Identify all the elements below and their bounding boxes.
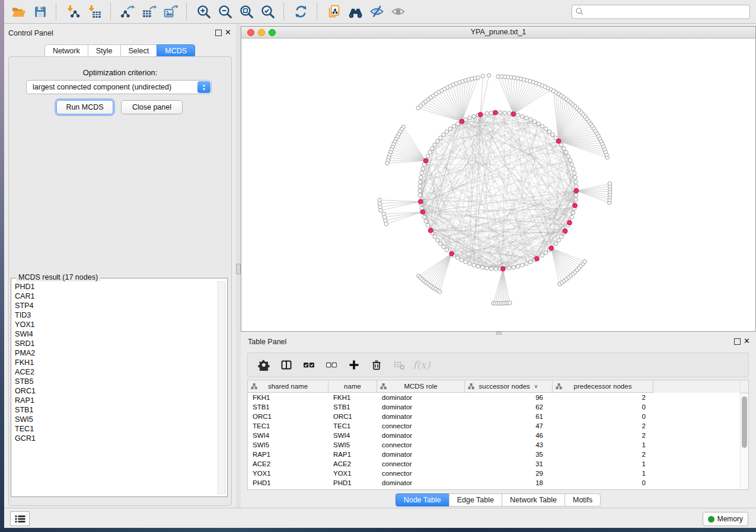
cell-predecessor-nodes[interactable]: 1 bbox=[553, 469, 653, 478]
column-header-MCDS-role[interactable]: MCDS role bbox=[377, 380, 465, 393]
save-session-icon[interactable] bbox=[29, 2, 50, 22]
graph-node[interactable] bbox=[419, 180, 422, 184]
graph-node[interactable] bbox=[571, 167, 575, 171]
memory-button[interactable]: Memory bbox=[703, 512, 748, 526]
graph-node[interactable] bbox=[452, 124, 455, 128]
graph-node[interactable] bbox=[503, 111, 506, 114]
search-network-icon[interactable] bbox=[344, 2, 366, 22]
graph-leaf-node[interactable] bbox=[496, 75, 500, 78]
cell-name[interactable]: TEC1 bbox=[328, 421, 377, 431]
graph-leaf-node[interactable] bbox=[379, 209, 382, 212]
graph-hub-node[interactable] bbox=[500, 267, 505, 271]
graph-node[interactable] bbox=[442, 245, 445, 248]
graph-hub-node[interactable] bbox=[478, 112, 483, 117]
graph-node[interactable] bbox=[418, 184, 422, 188]
graph-node[interactable] bbox=[445, 130, 448, 133]
cell-successor-nodes[interactable]: 62 bbox=[465, 402, 553, 412]
zoom-out-icon[interactable] bbox=[214, 2, 235, 22]
graph-node[interactable] bbox=[494, 267, 497, 271]
export-image-icon[interactable] bbox=[160, 2, 181, 22]
column-header-name[interactable]: name bbox=[328, 380, 377, 393]
mcds-result-item[interactable]: SWI5 bbox=[12, 415, 218, 424]
graph-node[interactable] bbox=[508, 266, 511, 270]
graph-node[interactable] bbox=[574, 180, 578, 184]
cell-shared-name[interactable]: FKH1 bbox=[248, 393, 328, 402]
zoom-fit-icon[interactable] bbox=[235, 2, 257, 22]
graph-node[interactable] bbox=[540, 124, 544, 128]
mcds-result-item[interactable]: STP4 bbox=[12, 301, 218, 310]
zoom-in-icon[interactable] bbox=[193, 2, 214, 22]
cell-predecessor-nodes[interactable]: 2 bbox=[553, 431, 653, 440]
tab-network-table[interactable]: Network Table bbox=[502, 493, 565, 507]
graph-node[interactable] bbox=[570, 215, 573, 219]
graph-hub-node[interactable] bbox=[574, 188, 579, 193]
mcds-result-item[interactable]: RAP1 bbox=[12, 396, 218, 405]
tab-style[interactable]: Style bbox=[88, 44, 121, 57]
table-panel-float-icon[interactable] bbox=[734, 338, 741, 345]
graph-node[interactable] bbox=[472, 114, 476, 118]
cell-MCDS-role[interactable]: dominator bbox=[377, 431, 465, 440]
graph-node[interactable] bbox=[418, 193, 422, 197]
mcds-result-item[interactable]: CAR1 bbox=[12, 291, 218, 301]
cell-name[interactable]: SWI5 bbox=[328, 440, 377, 450]
vertical-splitter[interactable] bbox=[236, 24, 241, 508]
cell-name[interactable]: PHD1 bbox=[328, 478, 377, 488]
cell-shared-name[interactable]: SWI4 bbox=[248, 431, 328, 440]
table-panel-close-icon[interactable]: ✕ bbox=[744, 336, 750, 345]
mcds-result-item[interactable]: TID3 bbox=[12, 310, 218, 320]
graph-node[interactable] bbox=[472, 263, 476, 267]
graph-hub-node[interactable] bbox=[511, 112, 516, 117]
graph-node[interactable] bbox=[570, 162, 573, 166]
mcds-result-item[interactable]: ORC1 bbox=[12, 386, 218, 396]
cell-successor-nodes[interactable]: 43 bbox=[465, 440, 553, 450]
mcds-result-item[interactable]: TEC1 bbox=[12, 424, 218, 434]
column-header-successor-nodes[interactable]: successor nodes∨ bbox=[465, 380, 553, 393]
graph-node[interactable] bbox=[439, 136, 442, 140]
graph-node[interactable] bbox=[525, 116, 528, 120]
graph-node[interactable] bbox=[551, 133, 554, 136]
mcds-result-item[interactable]: SWI4 bbox=[12, 329, 218, 339]
select-all-icon[interactable] bbox=[299, 355, 319, 375]
graph-node[interactable] bbox=[571, 211, 575, 214]
tab-select[interactable]: Select bbox=[120, 44, 158, 57]
graph-hub-node[interactable] bbox=[556, 139, 561, 143]
graph-hub-node[interactable] bbox=[535, 257, 540, 261]
graph-node[interactable] bbox=[540, 254, 544, 257]
graph-leaf-node[interactable] bbox=[438, 290, 441, 293]
tab-mcds[interactable]: MCDS bbox=[157, 44, 195, 57]
cell-MCDS-role[interactable]: dominator bbox=[377, 412, 465, 421]
graph-node[interactable] bbox=[508, 111, 511, 115]
graph-node[interactable] bbox=[464, 260, 467, 264]
cell-MCDS-role[interactable]: dominator bbox=[377, 393, 465, 402]
cell-predecessor-nodes[interactable]: 0 bbox=[553, 478, 653, 488]
graph-node[interactable] bbox=[430, 146, 434, 150]
graph-leaf-node[interactable] bbox=[583, 259, 586, 263]
cell-successor-nodes[interactable]: 35 bbox=[465, 450, 553, 459]
graph-node[interactable] bbox=[529, 260, 532, 264]
run-mcds-button[interactable]: Run MCDS bbox=[56, 100, 113, 114]
cell-successor-nodes[interactable]: 31 bbox=[465, 459, 553, 469]
graph-node[interactable] bbox=[573, 175, 577, 179]
search-box[interactable] bbox=[572, 5, 750, 19]
graph-node[interactable] bbox=[476, 264, 480, 268]
cell-MCDS-role[interactable]: connector bbox=[377, 440, 465, 450]
graph-node[interactable] bbox=[490, 111, 493, 114]
graph-node[interactable] bbox=[448, 127, 452, 130]
graph-node[interactable] bbox=[564, 150, 568, 154]
export-network-icon[interactable] bbox=[117, 2, 138, 22]
graph-node[interactable] bbox=[532, 120, 536, 123]
graph-node[interactable] bbox=[428, 150, 432, 154]
tab-edge-table[interactable]: Edge Table bbox=[449, 493, 502, 507]
graph-leaf-node[interactable] bbox=[385, 161, 389, 165]
cell-predecessor-nodes[interactable]: 2 bbox=[553, 450, 653, 459]
graph-node[interactable] bbox=[468, 262, 471, 265]
column-header-predecessor-nodes[interactable]: predecessor nodes bbox=[553, 380, 653, 393]
graph-node[interactable] bbox=[485, 266, 489, 270]
mcds-result-item[interactable]: STB1 bbox=[12, 405, 218, 415]
cell-MCDS-role[interactable]: connector bbox=[377, 421, 465, 431]
unselect-all-icon[interactable] bbox=[321, 355, 342, 375]
cell-MCDS-role[interactable]: connector bbox=[377, 469, 465, 478]
graph-hub-node[interactable] bbox=[418, 199, 423, 204]
mcds-result-item[interactable]: GCR1 bbox=[12, 434, 218, 443]
graph-leaf-node[interactable] bbox=[416, 106, 420, 110]
